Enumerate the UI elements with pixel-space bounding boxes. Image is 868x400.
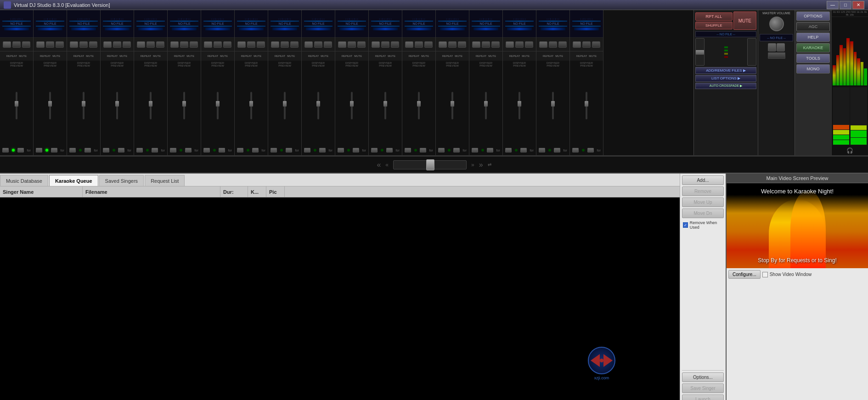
- crossfader-track[interactable]: [393, 160, 467, 169]
- deck-next-8[interactable]: [252, 148, 259, 152]
- add-button[interactable]: Add...: [682, 175, 724, 185]
- deck-ctrl2-13[interactable]: [424, 41, 433, 48]
- deck-next-16[interactable]: [520, 148, 527, 152]
- deck-ctrl2-11[interactable]: [357, 41, 366, 48]
- deck-next-6[interactable]: [185, 148, 192, 152]
- add-remove-files-button[interactable]: ADD/REMOVE FILES ▶: [695, 67, 756, 74]
- cf-left-prev-button[interactable]: «: [377, 161, 381, 169]
- deck-next-4[interactable]: [118, 148, 124, 152]
- deck-eject-12[interactable]: [372, 41, 380, 48]
- deck-ctrl1-1[interactable]: [12, 41, 21, 48]
- auto-crossfade-button[interactable]: AUTO CROSSFADE ▶: [695, 83, 756, 89]
- deck-fader-6[interactable]: [183, 92, 185, 119]
- tab-saved-singers[interactable]: Saved Singers: [99, 175, 144, 186]
- deck-ctrl1-10[interactable]: [314, 41, 322, 48]
- deck-fader-12[interactable]: [384, 92, 386, 119]
- tab-karaoke-queue[interactable]: Karaoke Queue: [49, 175, 98, 186]
- deck-eject-15[interactable]: [472, 41, 480, 48]
- deck-prev-4[interactable]: [103, 148, 109, 152]
- move-dn-button[interactable]: Move Dn: [682, 208, 724, 218]
- deck-ctrl2-16[interactable]: [525, 41, 533, 48]
- deck-prev-10[interactable]: [304, 148, 310, 152]
- deck-prev-6[interactable]: [170, 148, 176, 152]
- deck-fader-17[interactable]: [552, 92, 554, 119]
- deck-eject-17[interactable]: [539, 41, 547, 48]
- deck-ctrl1-8[interactable]: [247, 41, 255, 48]
- deck-ctrl1-7[interactable]: [214, 41, 222, 48]
- deck-eject-16[interactable]: [506, 41, 514, 48]
- deck-eject-8[interactable]: [237, 41, 246, 48]
- deck-fader-9[interactable]: [284, 92, 286, 119]
- rpt-all-button[interactable]: RPT ALL: [695, 12, 733, 21]
- master-volume-knob[interactable]: [769, 17, 784, 31]
- agc-button[interactable]: AGC: [796, 22, 830, 31]
- deck-ctrl1-17[interactable]: [549, 41, 557, 48]
- deck-ctrl2-12[interactable]: [391, 41, 399, 48]
- deck-prev-15[interactable]: [472, 148, 478, 152]
- mono-button[interactable]: MONO: [796, 64, 830, 73]
- deck-ctrl2-14[interactable]: [458, 41, 466, 48]
- save-singer-button[interactable]: Save Singer: [682, 383, 724, 393]
- options-queue-button[interactable]: Options...: [682, 372, 724, 382]
- options-button[interactable]: OPTIONS: [796, 11, 830, 21]
- deck-prev-14[interactable]: [438, 148, 445, 152]
- deck-next-5[interactable]: [152, 148, 158, 152]
- fader-right[interactable]: [747, 38, 756, 66]
- cf-right-next-button[interactable]: »: [479, 161, 483, 169]
- deck-ctrl1-15[interactable]: [482, 41, 490, 48]
- deck-ctrl1-16[interactable]: [515, 41, 524, 48]
- move-up-button[interactable]: Move Up: [682, 197, 724, 207]
- remove-button[interactable]: Remove: [682, 186, 724, 196]
- deck-ctrl1-12[interactable]: [381, 41, 389, 48]
- deck-next-9[interactable]: [286, 148, 292, 152]
- mute-all-button[interactable]: MUTE: [733, 11, 756, 30]
- launch-button[interactable]: Launch: [682, 394, 724, 400]
- deck-fader-1[interactable]: [16, 92, 17, 119]
- remove-when-used-checkbox[interactable]: ✓: [683, 222, 688, 228]
- deck-prev-5[interactable]: [136, 148, 143, 152]
- deck-eject-1[interactable]: [3, 41, 11, 48]
- help-button[interactable]: HELP: [796, 33, 830, 42]
- deck-ctrl1-9[interactable]: [281, 41, 289, 48]
- deck-eject-18[interactable]: [573, 41, 581, 48]
- close-button[interactable]: ✕: [852, 1, 864, 9]
- deck-eject-11[interactable]: [338, 41, 346, 48]
- deck-eject-14[interactable]: [439, 41, 447, 48]
- deck-next-1[interactable]: [17, 148, 24, 152]
- deck-ctrl2-7[interactable]: [223, 41, 231, 48]
- deck-ctrl2-15[interactable]: [491, 41, 500, 48]
- deck-fader-16[interactable]: [519, 92, 520, 119]
- deck-next-3[interactable]: [85, 148, 91, 152]
- deck-eject-6[interactable]: [170, 41, 179, 48]
- deck-prev-1[interactable]: [2, 148, 9, 152]
- deck-fader-15[interactable]: [485, 92, 487, 119]
- deck-eject-7[interactable]: [204, 41, 212, 48]
- deck-next-17[interactable]: [554, 148, 560, 152]
- deck-ctrl2-1[interactable]: [22, 41, 30, 48]
- deck-ctrl2-9[interactable]: [290, 41, 299, 48]
- deck-prev-17[interactable]: [539, 148, 545, 152]
- deck-ctrl1-6[interactable]: [180, 41, 188, 48]
- deck-prev-2[interactable]: [36, 148, 42, 152]
- master-ctrl-2[interactable]: [777, 43, 785, 51]
- deck-next-15[interactable]: [487, 148, 493, 152]
- deck-ctrl2-17[interactable]: [558, 41, 567, 48]
- deck-ctrl2-5[interactable]: [156, 41, 164, 48]
- deck-eject-10[interactable]: [304, 41, 313, 48]
- master-eject-btn[interactable]: [768, 52, 785, 59]
- deck-prev-3[interactable]: [69, 148, 76, 152]
- deck-prev-13[interactable]: [405, 148, 411, 152]
- deck-fader-18[interactable]: [586, 92, 587, 119]
- deck-fader-11[interactable]: [351, 92, 353, 119]
- deck-prev-18[interactable]: [572, 148, 579, 152]
- deck-prev-12[interactable]: [371, 148, 378, 152]
- deck-next-7[interactable]: [219, 148, 225, 152]
- minimize-button[interactable]: —: [827, 1, 839, 9]
- deck-fader-3[interactable]: [83, 92, 85, 119]
- deck-ctrl2-6[interactable]: [190, 41, 198, 48]
- deck-eject-9[interactable]: [271, 41, 279, 48]
- deck-eject-3[interactable]: [70, 41, 78, 48]
- headphone-icon[interactable]: 🎧: [832, 146, 868, 155]
- deck-ctrl1-13[interactable]: [415, 41, 423, 48]
- deck-ctrl2-2[interactable]: [56, 41, 64, 48]
